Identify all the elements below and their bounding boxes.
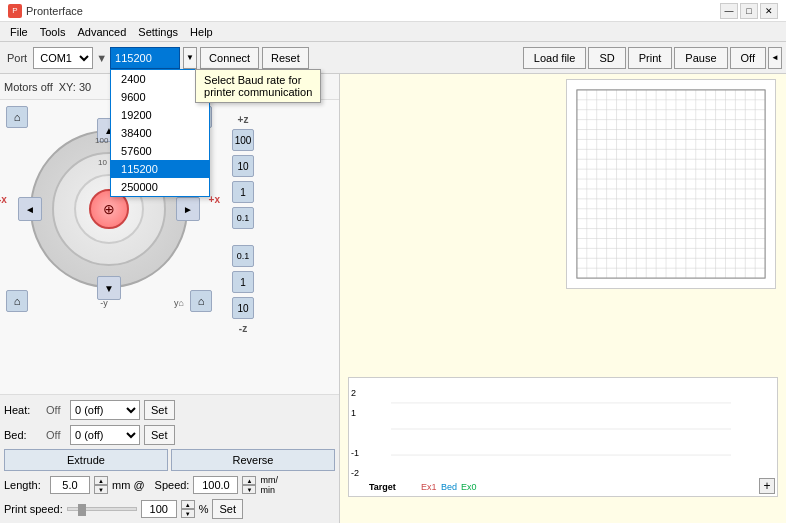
baud-option-38400[interactable]: 38400 (111, 124, 209, 142)
motors-off-status: Motors off (4, 81, 53, 93)
toolbar: Port COM1 ▼ 115200 2400 9600 19200 38400… (0, 42, 786, 74)
heat-select[interactable]: 0 (off) (70, 400, 140, 420)
baud-dropdown-arrow[interactable]: ▼ (183, 47, 197, 69)
length-spinner: ▲ ▼ (94, 476, 108, 494)
reset-button[interactable]: Reset (262, 47, 309, 69)
bed-label: Bed: (4, 429, 42, 441)
close-button[interactable]: ✕ (760, 3, 778, 19)
print-speed-label: Print speed: (4, 503, 63, 515)
home-bottomleft-button[interactable]: ⌂ (6, 290, 28, 312)
reverse-button[interactable]: Reverse (171, 449, 335, 471)
y-home-label: y⌂ (174, 298, 184, 308)
baud-option-250000[interactable]: 250000 (111, 178, 209, 196)
step-100: 100 (95, 136, 108, 145)
chart-ex0-label: Ex0 (461, 482, 477, 492)
titlebar: P Pronterface — □ ✕ (0, 0, 786, 22)
chart-add-button[interactable]: + (759, 478, 775, 494)
menu-file[interactable]: File (4, 24, 34, 40)
chart-y2: 2 (351, 388, 356, 398)
right-top (340, 74, 786, 373)
speed-input[interactable] (193, 476, 238, 494)
z-down-1[interactable]: 1 (232, 271, 254, 293)
chart-ex1-label: Ex1 (421, 482, 437, 492)
z-up-100[interactable]: 100 (232, 129, 254, 151)
slider-thumb[interactable] (78, 504, 86, 516)
step-10: 10 (98, 158, 107, 167)
menubar: File Tools Advanced Settings Help (0, 22, 786, 42)
window-title: Pronterface (26, 5, 83, 17)
menu-help[interactable]: Help (184, 24, 219, 40)
y-label: -y (100, 298, 108, 308)
length-unit: mm @ (112, 479, 145, 491)
minus-x-label: -x (0, 194, 7, 205)
print-button[interactable]: Print (628, 47, 673, 69)
baud-option-57600[interactable]: 57600 (111, 142, 209, 160)
jog-left-button[interactable]: ◄ (18, 197, 42, 221)
baud-select[interactable]: 115200 (110, 47, 180, 69)
load-file-button[interactable]: Load file (523, 47, 587, 69)
print-speed-set-button[interactable]: Set (212, 499, 243, 519)
length-label: Length: (4, 479, 46, 491)
print-speed-row: Print speed: ▲ ▼ % Set (4, 499, 335, 519)
bottom-controls: Heat: Off 0 (off) Set Bed: Off 0 (off) S… (0, 394, 339, 523)
jog-right-button[interactable]: ► (176, 197, 200, 221)
baud-option-115200[interactable]: 115200 (111, 160, 209, 178)
maximize-button[interactable]: □ (740, 3, 758, 19)
bed-select[interactable]: 0 (off) (70, 425, 140, 445)
extrude-button[interactable]: Extrude (4, 449, 168, 471)
speed-unit: mm/min (260, 475, 278, 495)
grid-svg (567, 80, 775, 288)
chart-target-label: Target (369, 482, 396, 492)
home-bottomright-button[interactable]: ⌂ (190, 290, 212, 312)
baud-option-19200[interactable]: 19200 (111, 106, 209, 124)
port-label: Port (4, 52, 30, 64)
app-icon: P (8, 4, 22, 18)
z-down-01[interactable]: 0.1 (232, 245, 254, 267)
at-symbol: ▼ (96, 52, 107, 64)
chart-area: 2 1 -1 -2 Target Ex1 Bed Ex0 + (348, 377, 778, 497)
chart-y1: 1 (351, 408, 356, 418)
heat-set-button[interactable]: Set (144, 400, 175, 420)
minimize-button[interactable]: — (720, 3, 738, 19)
menu-settings[interactable]: Settings (132, 24, 184, 40)
length-down[interactable]: ▼ (94, 485, 108, 494)
print-speed-input[interactable] (141, 500, 177, 518)
menu-advanced[interactable]: Advanced (71, 24, 132, 40)
sd-button[interactable]: SD (588, 47, 625, 69)
bed-set-button[interactable]: Set (144, 425, 175, 445)
svg-rect-0 (567, 80, 775, 288)
speed-up[interactable]: ▲ (242, 476, 256, 485)
menu-tools[interactable]: Tools (34, 24, 72, 40)
right-bottom: 2 1 -1 -2 Target Ex1 Bed Ex0 + (340, 373, 786, 523)
z-up-01[interactable]: 0.1 (232, 207, 254, 229)
chart-yminus1: -1 (351, 448, 359, 458)
print-speed-down[interactable]: ▼ (181, 509, 195, 518)
port-select[interactable]: COM1 (33, 47, 93, 69)
print-speed-unit: % (199, 503, 209, 515)
speed-spinner: ▲ ▼ (242, 476, 256, 494)
chart-svg (365, 378, 757, 480)
connect-button[interactable]: Connect (200, 47, 259, 69)
length-input[interactable] (50, 476, 90, 494)
z-down-10[interactable]: 10 (232, 297, 254, 319)
window-controls: — □ ✕ (720, 3, 778, 19)
baud-tooltip: Select Baud rate forprinter communicatio… (195, 69, 321, 103)
z-up-1[interactable]: 1 (232, 181, 254, 203)
length-up[interactable]: ▲ (94, 476, 108, 485)
pause-button[interactable]: Pause (674, 47, 727, 69)
z-controls: +z 100 10 1 0.1 0.1 1 (218, 104, 268, 390)
off-button[interactable]: Off (730, 47, 766, 69)
bed-status: Off (46, 429, 66, 441)
bed-row: Bed: Off 0 (off) Set (4, 424, 335, 446)
jog-down-button[interactable]: ▼ (97, 276, 121, 300)
print-grid (566, 79, 776, 289)
speed-down[interactable]: ▼ (242, 485, 256, 494)
home-topleft-button[interactable]: ⌂ (6, 106, 28, 128)
print-speed-spinner: ▲ ▼ (181, 500, 195, 518)
right-toolbar-arrow[interactable]: ◄ (768, 47, 782, 69)
print-speed-up[interactable]: ▲ (181, 500, 195, 509)
print-speed-slider[interactable] (67, 507, 137, 511)
z-up-10[interactable]: 10 (232, 155, 254, 177)
right-toolbar-buttons: Load file SD Print Pause Off ◄ (523, 47, 782, 69)
speed-label: Speed: (155, 479, 190, 491)
